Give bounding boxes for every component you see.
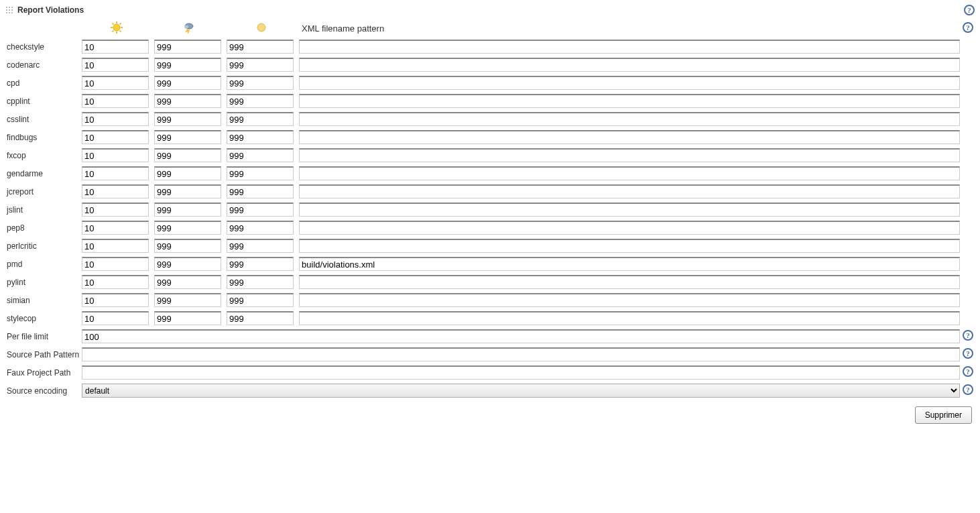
sunny-threshold-input[interactable] <box>82 130 149 144</box>
stormy-threshold-input[interactable] <box>154 239 221 253</box>
sunny-threshold-input[interactable] <box>82 257 149 271</box>
unstable-threshold-input[interactable] <box>227 40 294 54</box>
tool-name-label: fxcop <box>5 146 80 164</box>
sunny-threshold-input[interactable] <box>82 40 149 54</box>
table-row: stylecop <box>5 309 975 327</box>
section-title: Report Violations <box>17 5 84 15</box>
unstable-threshold-input[interactable] <box>227 293 294 307</box>
sunny-threshold-input[interactable] <box>82 184 149 198</box>
xml-pattern-input[interactable] <box>299 293 960 307</box>
tool-name-label: pep8 <box>5 219 80 237</box>
table-row: findbugs <box>5 128 975 146</box>
help-icon[interactable] <box>963 366 973 377</box>
unstable-threshold-input[interactable] <box>227 221 294 235</box>
stormy-threshold-input[interactable] <box>154 130 221 144</box>
table-row: pylint <box>5 273 975 291</box>
stormy-threshold-input[interactable] <box>154 203 221 217</box>
tool-name-label: findbugs <box>5 128 80 146</box>
table-row: codenarc <box>5 56 975 74</box>
unstable-threshold-input[interactable] <box>227 166 294 180</box>
unstable-threshold-input[interactable] <box>227 58 294 72</box>
xml-pattern-header: XML filename pattern <box>298 19 961 38</box>
sunny-threshold-input[interactable] <box>82 203 149 217</box>
xml-pattern-input[interactable] <box>299 311 960 325</box>
violations-table: XML filename pattern checkstyle codenarc… <box>5 19 975 400</box>
stormy-threshold-input[interactable] <box>154 293 221 307</box>
xml-pattern-input[interactable] <box>299 239 960 253</box>
unstable-threshold-input[interactable] <box>227 130 294 144</box>
xml-pattern-input[interactable] <box>299 184 960 198</box>
xml-pattern-input[interactable] <box>299 148 960 162</box>
table-row: jcreport <box>5 182 975 201</box>
tool-name-label: pmd <box>5 255 80 273</box>
xml-pattern-input[interactable] <box>299 257 960 271</box>
unstable-threshold-input[interactable] <box>227 203 294 217</box>
tool-name-label: csslint <box>5 110 80 128</box>
source-path-pattern-input[interactable] <box>82 347 960 361</box>
stormy-threshold-input[interactable] <box>154 221 221 235</box>
xml-pattern-input[interactable] <box>299 203 960 217</box>
stormy-threshold-input[interactable] <box>154 40 221 54</box>
sunny-threshold-input[interactable] <box>82 58 149 72</box>
unstable-threshold-input[interactable] <box>227 148 294 162</box>
sunny-threshold-input[interactable] <box>82 293 149 307</box>
unstable-threshold-input[interactable] <box>227 94 294 108</box>
stormy-threshold-input[interactable] <box>154 275 221 289</box>
xml-pattern-input[interactable] <box>299 130 960 144</box>
sunny-threshold-input[interactable] <box>82 94 149 108</box>
sunny-threshold-input[interactable] <box>82 221 149 235</box>
sunny-threshold-input[interactable] <box>82 148 149 162</box>
help-icon[interactable] <box>964 5 975 15</box>
drag-handle-icon[interactable] <box>5 6 13 14</box>
xml-pattern-input[interactable] <box>299 58 960 72</box>
stormy-threshold-input[interactable] <box>154 184 221 198</box>
sunny-threshold-input[interactable] <box>82 311 149 325</box>
unstable-threshold-input[interactable] <box>227 257 294 271</box>
table-row: gendarme <box>5 164 975 182</box>
help-icon[interactable] <box>963 348 973 359</box>
faux-project-path-input[interactable] <box>82 365 960 380</box>
xml-pattern-input[interactable] <box>299 94 960 108</box>
unstable-threshold-input[interactable] <box>227 112 294 126</box>
stormy-threshold-input[interactable] <box>154 58 221 72</box>
per-file-limit-label: Per file limit <box>5 327 80 345</box>
help-icon[interactable] <box>963 22 973 33</box>
unstable-threshold-input[interactable] <box>227 275 294 289</box>
source-encoding-select[interactable]: default <box>82 384 960 398</box>
sunny-threshold-input[interactable] <box>82 112 149 126</box>
xml-pattern-input[interactable] <box>299 221 960 235</box>
xml-pattern-input[interactable] <box>299 40 960 54</box>
xml-pattern-input[interactable] <box>299 76 960 90</box>
sunny-threshold-input[interactable] <box>82 239 149 253</box>
sunny-threshold-input[interactable] <box>82 166 149 180</box>
help-icon[interactable] <box>963 330 973 341</box>
tool-name-label: simian <box>5 291 80 309</box>
unstable-threshold-input[interactable] <box>227 239 294 253</box>
stormy-threshold-input[interactable] <box>154 76 221 90</box>
table-row: jslint <box>5 201 975 219</box>
section-header: Report Violations <box>5 3 975 19</box>
stormy-threshold-input[interactable] <box>154 166 221 180</box>
help-icon[interactable] <box>963 384 973 395</box>
sunny-threshold-input[interactable] <box>82 275 149 289</box>
delete-button[interactable]: Supprimer <box>915 406 972 424</box>
xml-pattern-input[interactable] <box>299 166 960 180</box>
unstable-threshold-input[interactable] <box>227 311 294 325</box>
xml-pattern-input[interactable] <box>299 275 960 289</box>
xml-pattern-input[interactable] <box>299 112 960 126</box>
unstable-threshold-input[interactable] <box>227 184 294 198</box>
sunny-threshold-input[interactable] <box>82 76 149 90</box>
unstable-threshold-input[interactable] <box>227 76 294 90</box>
stormy-threshold-input[interactable] <box>154 257 221 271</box>
tool-name-label: perlcritic <box>5 237 80 255</box>
stormy-threshold-input[interactable] <box>154 94 221 108</box>
stormy-threshold-input[interactable] <box>154 148 221 162</box>
table-row: checkstyle <box>5 38 975 56</box>
unstable-threshold-icon <box>255 21 267 34</box>
tool-name-label: pylint <box>5 273 80 291</box>
stormy-threshold-input[interactable] <box>154 112 221 126</box>
table-row: pmd <box>5 255 975 273</box>
per-file-limit-input[interactable] <box>82 329 960 343</box>
source-path-pattern-label: Source Path Pattern <box>5 345 80 363</box>
stormy-threshold-input[interactable] <box>154 311 221 325</box>
